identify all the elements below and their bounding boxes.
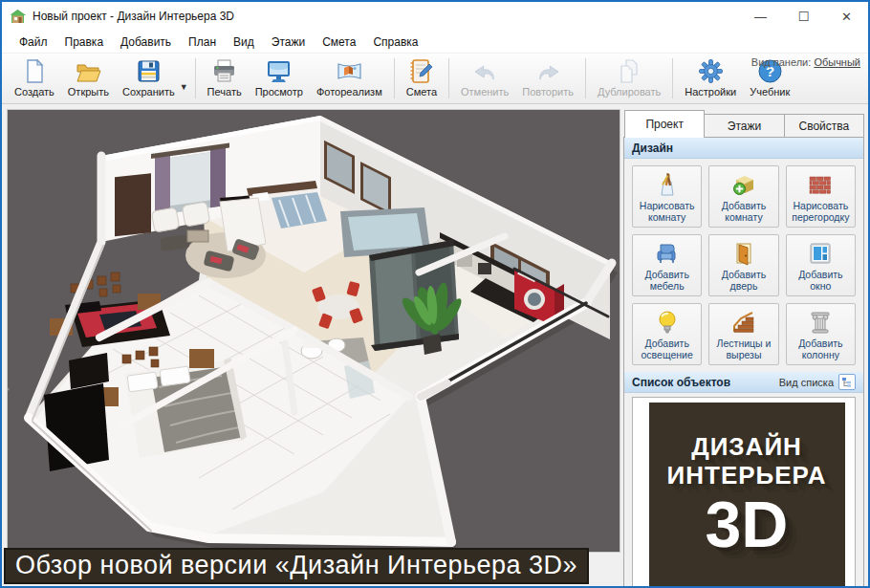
floorplan-3d-render xyxy=(8,110,620,552)
add-lighting-button[interactable]: Добавить освещение xyxy=(632,303,702,365)
save-icon xyxy=(136,58,162,84)
settings-icon xyxy=(698,58,724,84)
estimate-button[interactable]: Смета xyxy=(400,56,444,98)
draw-room-button[interactable]: Нарисовать комнату xyxy=(632,165,702,228)
menu-add[interactable]: Добавить xyxy=(112,33,180,52)
estimate-icon xyxy=(408,58,434,84)
draw-partition-icon xyxy=(808,172,833,197)
toolbar-separator xyxy=(448,58,449,98)
toolbar-separator xyxy=(585,58,586,98)
stairs-button[interactable]: Лестницы и вырезы xyxy=(708,303,778,365)
save-dropdown-arrow[interactable]: ▼ xyxy=(180,82,188,92)
logo-line3: 3D xyxy=(706,490,789,558)
tree-view-icon xyxy=(841,377,853,388)
photorealism-icon xyxy=(337,58,362,84)
menu-file[interactable]: Файл xyxy=(11,33,56,52)
print-icon xyxy=(211,58,237,84)
duplicate-icon xyxy=(617,58,642,84)
menu-estimate[interactable]: Смета xyxy=(314,33,364,52)
app-logo: ДИЗАЙН ИНТЕРЬЕРА 3D xyxy=(649,403,845,588)
menu-edit[interactable]: Правка xyxy=(56,33,113,52)
logo-line2: ИНТЕРЬЕРА xyxy=(667,462,827,490)
project-tab-body: Дизайн Нарисовать комнату xyxy=(623,137,864,588)
list-view-label: Вид списка xyxy=(779,377,834,388)
settings-button[interactable]: Настройки xyxy=(678,56,743,98)
main-area: Проект Этажи Свойства Дизайн xyxy=(2,104,868,588)
tab-properties[interactable]: Свойства xyxy=(785,114,864,138)
undo-icon xyxy=(472,58,498,84)
add-column-icon xyxy=(808,310,833,335)
photorealism-button[interactable]: Фотореализм xyxy=(310,56,389,98)
maximize-button[interactable]: ☐ xyxy=(782,2,825,31)
toolbar-separator xyxy=(195,58,196,98)
redo-icon xyxy=(535,58,561,84)
menu-help[interactable]: Справка xyxy=(364,33,426,52)
stairs-icon xyxy=(731,310,756,335)
title-bar: Новый проект - Дизайн Интерьера 3D — ☐ ✕ xyxy=(2,2,868,31)
open-project-button[interactable]: Открыть xyxy=(61,56,116,98)
save-project-button[interactable]: Сохранить xyxy=(116,56,182,98)
tab-project[interactable]: Проект xyxy=(624,110,705,138)
video-caption: Обзор новой версии «Дизайн Интерьера 3D» xyxy=(4,548,589,584)
open-folder-icon xyxy=(76,58,101,84)
panel-view-value-link[interactable]: Обычный xyxy=(814,56,860,68)
undo-button[interactable]: Отменить xyxy=(454,56,515,98)
redo-button[interactable]: Повторить xyxy=(515,56,580,98)
main-toolbar: Создать Открыть Сохранить ▼ xyxy=(2,54,868,104)
draw-partition-button[interactable]: Нарисовать перегородку xyxy=(786,165,856,228)
add-door-icon xyxy=(731,241,756,266)
add-furniture-icon xyxy=(655,241,680,266)
toolbar-separator xyxy=(672,58,673,98)
print-button[interactable]: Печать xyxy=(201,56,249,98)
objects-section-title: Список объектов xyxy=(632,376,730,389)
add-door-button[interactable]: Добавить дверь xyxy=(708,234,778,296)
menu-view[interactable]: Вид xyxy=(225,33,263,52)
add-window-button[interactable]: Добавить окно xyxy=(786,234,856,296)
right-panel: Проект Этажи Свойства Дизайн xyxy=(623,110,864,588)
list-view-button[interactable] xyxy=(838,374,856,390)
preview-button[interactable]: Просмотр xyxy=(249,56,310,98)
design-tools-grid: Нарисовать комнату Добавить комнату xyxy=(624,159,863,372)
new-project-button[interactable]: Создать xyxy=(8,56,61,98)
add-furniture-button[interactable]: Добавить мебель xyxy=(632,234,702,296)
app-house-icon xyxy=(10,10,26,24)
app-window: Новый проект - Дизайн Интерьера 3D — ☐ ✕… xyxy=(0,0,870,588)
menu-plan[interactable]: План xyxy=(180,33,225,52)
panel-view-label: Вид панели: xyxy=(751,56,811,68)
draw-room-icon xyxy=(655,172,680,197)
window-title: Новый проект - Дизайн Интерьера 3D xyxy=(33,10,234,23)
design-section-title: Дизайн xyxy=(632,142,673,155)
close-button[interactable]: ✕ xyxy=(825,2,868,31)
add-column-button[interactable]: Добавить колонну xyxy=(786,303,856,365)
panel-view-switch: Вид панели: Обычный xyxy=(751,56,860,68)
logo-line1: ДИЗАЙН xyxy=(691,433,802,462)
minimize-button[interactable]: — xyxy=(739,2,782,31)
tab-floors[interactable]: Этажи xyxy=(705,114,784,138)
preview-icon xyxy=(266,58,292,84)
duplicate-button[interactable]: Дублировать xyxy=(591,56,667,98)
panel-tabs: Проект Этажи Свойства xyxy=(623,110,864,138)
add-room-button[interactable]: Добавить комнату xyxy=(708,165,778,228)
add-window-icon xyxy=(808,241,833,266)
menu-bar: Файл Правка Добавить План Вид Этажи Смет… xyxy=(2,31,868,54)
new-document-icon xyxy=(21,58,47,84)
objects-list[interactable]: ДИЗАЙН ИНТЕРЬЕРА 3D xyxy=(632,397,856,588)
objects-section-header: Список объектов Вид списка xyxy=(624,372,863,393)
add-lighting-icon xyxy=(655,310,680,335)
design-section-header: Дизайн xyxy=(624,138,863,159)
menu-floors[interactable]: Этажи xyxy=(263,33,314,52)
3d-viewport[interactable] xyxy=(8,110,620,552)
add-room-icon xyxy=(731,172,756,197)
toolbar-separator xyxy=(394,58,395,98)
